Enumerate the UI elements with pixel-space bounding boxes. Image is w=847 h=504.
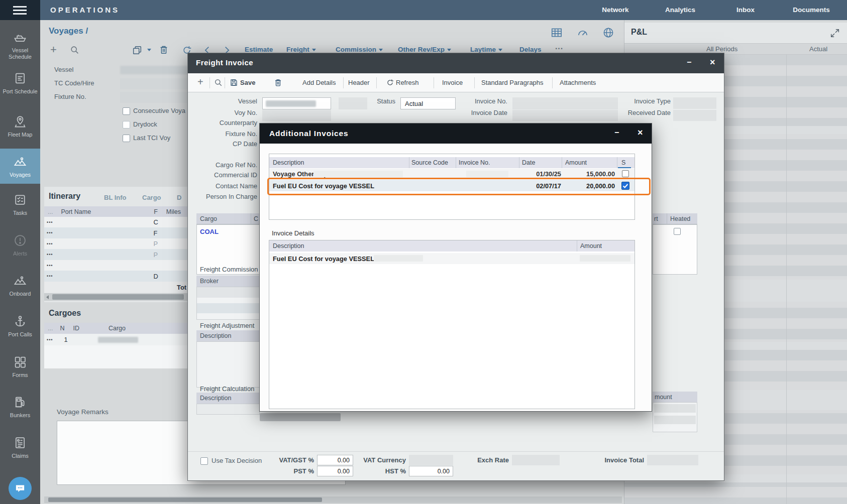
header-button[interactable]: Header: [348, 79, 370, 86]
sidebar-item-claims[interactable]: Claims: [0, 436, 40, 459]
nav-documents[interactable]: Documents: [793, 6, 830, 14]
minimize-button[interactable]: −: [687, 58, 691, 67]
sidebar-item-port-calls[interactable]: Port Calls: [0, 314, 40, 338]
tab-d-cut[interactable]: D: [177, 194, 181, 201]
grid-view-icon[interactable]: [550, 26, 563, 39]
nav-network[interactable]: Network: [602, 6, 628, 14]
col-invoice-no[interactable]: Invoice No.: [459, 159, 490, 166]
fi-invoice-type-field[interactable]: [673, 97, 716, 109]
hamburger-menu-icon[interactable]: [13, 6, 27, 15]
attachments-button[interactable]: Attachments: [560, 79, 596, 86]
invoice-row-fuel-eu-cost[interactable]: Fuel EU Cost for voyage VESSEL 02/07/17 …: [269, 180, 634, 191]
nav-inbox[interactable]: Inbox: [736, 6, 755, 14]
select-checkbox-checked[interactable]: [621, 182, 629, 190]
row-menu-icon[interactable]: •••: [47, 230, 53, 235]
globe-icon[interactable]: [602, 26, 615, 39]
tab-cargo[interactable]: Cargo: [142, 194, 161, 201]
drydock-checkbox[interactable]: [123, 121, 130, 129]
heated-checkbox[interactable]: [674, 228, 681, 235]
details-row-fuel-eu-cost[interactable]: Fuel EU Cost for voyage VESSEL: [269, 253, 634, 264]
row-menu-icon[interactable]: •••: [47, 337, 53, 342]
row-menu-icon[interactable]: •••: [47, 220, 53, 225]
chevron-down-icon[interactable]: [147, 49, 151, 51]
exch-rate-field[interactable]: [512, 455, 560, 465]
tab-bl-info[interactable]: BL Info: [104, 194, 127, 201]
search-icon[interactable]: [214, 78, 224, 88]
sidebar-item-voyages[interactable]: Voyages: [0, 149, 40, 184]
tab-freight[interactable]: Freight: [286, 46, 316, 53]
itinerary-row[interactable]: ••• P: [44, 238, 187, 249]
tab-laytime[interactable]: Laytime: [470, 46, 502, 53]
standard-paragraphs-button[interactable]: Standard Paragraphs: [481, 79, 544, 86]
search-icon[interactable]: [69, 45, 80, 56]
sidebar-item-forms[interactable]: Forms: [0, 355, 40, 379]
itinerary-row[interactable]: ••• F: [44, 227, 187, 238]
sidebar-item-fleet-map[interactable]: Fleet Map: [0, 114, 40, 138]
itinerary-row[interactable]: ••• P: [44, 249, 187, 260]
cargo-link[interactable]: COAL: [200, 228, 219, 235]
pnl-col-actual[interactable]: Actual: [809, 45, 827, 53]
itinerary-row[interactable]: ••• C: [44, 217, 187, 227]
refresh-button[interactable]: Refresh: [396, 79, 419, 86]
fi-invoice-date-field[interactable]: [512, 110, 618, 121]
expand-icon[interactable]: [829, 28, 840, 39]
fixture-no-field[interactable]: [120, 92, 190, 103]
sidebar-item-port-schedule[interactable]: Port Schedule: [0, 71, 40, 95]
invoice-total-field[interactable]: [647, 455, 698, 465]
row-menu-icon[interactable]: •••: [47, 263, 53, 268]
add-button[interactable]: +: [197, 76, 203, 88]
itinerary-row[interactable]: •••: [44, 260, 187, 271]
gauge-icon[interactable]: [576, 26, 589, 39]
save-icon[interactable]: [229, 78, 239, 87]
col-s[interactable]: S: [621, 159, 625, 166]
tab-commission[interactable]: Commission: [336, 46, 383, 53]
sidebar-item-alerts[interactable]: Alerts: [0, 233, 40, 257]
sidebar-item-vessel-schedule[interactable]: Vessel Schedule: [0, 30, 40, 60]
tc-code-hire-field[interactable]: [120, 78, 190, 89]
itinerary-row[interactable]: ••• D: [44, 271, 187, 282]
close-button[interactable]: ×: [710, 57, 715, 68]
add-voyage-button[interactable]: +: [50, 43, 57, 56]
use-tax-decision-checkbox[interactable]: [200, 457, 208, 465]
nav-analytics[interactable]: Analytics: [665, 6, 695, 14]
select-checkbox[interactable]: [622, 170, 629, 177]
col-description[interactable]: Description: [273, 242, 304, 249]
itinerary-h-scrollbar[interactable]: [44, 293, 187, 301]
fi-voy-no-field[interactable]: [262, 110, 331, 121]
tab-other-rev-exp[interactable]: Other Rev/Exp: [398, 46, 451, 53]
sidebar-item-tasks[interactable]: Tasks: [0, 193, 40, 216]
col-amount[interactable]: Amount: [565, 159, 587, 166]
copy-icon[interactable]: [132, 45, 143, 56]
minimize-button[interactable]: −: [614, 128, 619, 137]
col-date[interactable]: Date: [522, 159, 535, 166]
invoice-button[interactable]: Invoice: [442, 79, 463, 86]
main-h-scrollbar[interactable]: [44, 496, 622, 503]
col-source-code[interactable]: Source Code: [411, 159, 448, 166]
add-details-button[interactable]: Add Details: [302, 79, 336, 86]
hst-field[interactable]: 0.00: [409, 466, 453, 476]
sidebar-item-onboard[interactable]: Onboard: [0, 274, 40, 297]
additional-invoices-titlebar[interactable]: Additional Invoices − ×: [260, 123, 652, 144]
more-options-button[interactable]: ···: [555, 44, 563, 53]
row-menu-icon[interactable]: •••: [47, 252, 53, 257]
last-tci-voy-checkbox[interactable]: [123, 135, 130, 142]
fi-received-date-field[interactable]: [673, 110, 716, 121]
invoice-row-voyage-other-exp[interactable]: Voyage Other Exp: 01/30/25 15,000.00: [269, 169, 634, 179]
chat-bubble-button[interactable]: [9, 477, 32, 500]
refresh-icon[interactable]: [386, 78, 394, 87]
close-button[interactable]: ×: [638, 128, 643, 138]
pnl-col-all-periods[interactable]: All Periods: [706, 45, 737, 53]
col-description[interactable]: Description: [273, 159, 304, 166]
sidebar-item-bunkers[interactable]: Bunkers: [0, 395, 40, 419]
scroll-left-arrow-icon[interactable]: [46, 295, 49, 299]
consecutive-voyage-checkbox[interactable]: [123, 107, 130, 115]
save-button[interactable]: Save: [240, 79, 255, 86]
fi-vessel-field[interactable]: [262, 97, 331, 109]
freight-invoice-titlebar[interactable]: Freight Invoice − ×: [188, 53, 724, 73]
row-menu-icon[interactable]: •••: [47, 274, 53, 279]
tab-delays[interactable]: Delays: [519, 46, 542, 53]
fi-invoice-no-field[interactable]: [512, 97, 618, 109]
vat-currency-field[interactable]: [409, 455, 453, 465]
delete-icon[interactable]: [158, 44, 169, 55]
tab-estimate[interactable]: Estimate: [245, 46, 273, 53]
